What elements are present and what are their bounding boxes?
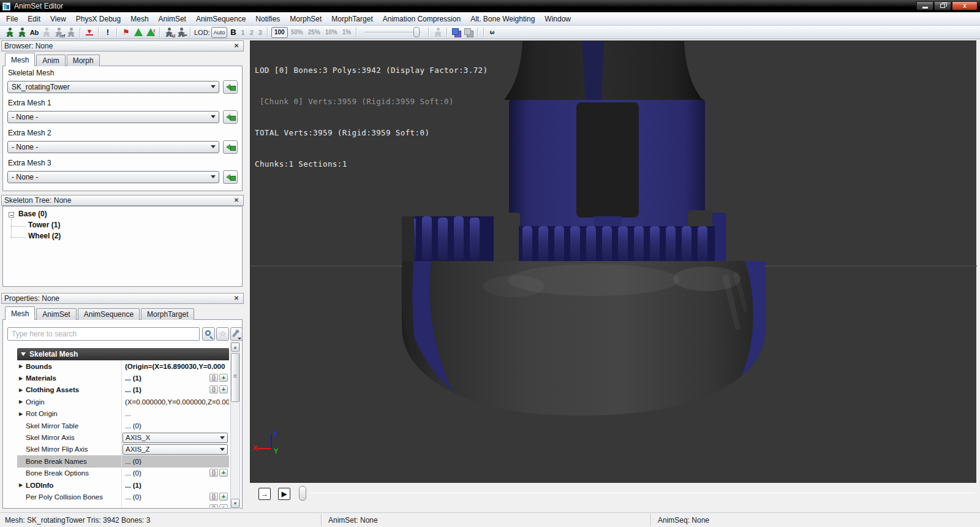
scroll-up-button[interactable]: ▲ [231,343,239,352]
expander-icon[interactable]: ▶ [19,399,24,404]
property-row-skel-mirror-flip-axis[interactable]: Skel Mirror Flip Axis AXIS_Z [17,444,229,455]
menu-alt-bone-weighting[interactable]: Alt. Bone Weighting [466,13,540,25]
search-input[interactable] [7,327,200,341]
menu-file[interactable]: File [1,13,23,25]
minimize-button[interactable] [916,1,933,10]
expander-icon[interactable]: ▶ [19,411,24,417]
play-button[interactable]: ▶ [278,488,290,500]
posed-figure-icon[interactable] [4,27,15,38]
zoom-1-button[interactable]: 1% [342,29,351,36]
property-row-bounds[interactable]: ▶Bounds (Origin=(X=16.890030,Y=0.000 [17,360,229,372]
lod-auto-button[interactable]: Auto [211,27,228,38]
properties-panel-header[interactable]: Properties: None ✕ [1,293,244,304]
menu-notifies[interactable]: Notifies [251,13,285,25]
paste-properties-icon[interactable] [463,27,474,38]
timeline-slider-handle[interactable] [299,486,306,501]
menu-animsequence[interactable]: AnimSequence [191,13,251,25]
use-selected-extra-mesh-2-button[interactable] [223,140,238,154]
viewport[interactable]: LOD [0] Bones:3 Polys:3942 (Display Fact… [250,40,976,483]
restore-button[interactable] [934,1,951,10]
braces-icon[interactable]: {} [209,374,218,382]
property-row-rot-origin[interactable]: ▶Rot Origin ... [17,408,229,420]
bone-names-button[interactable]: Ab [29,27,40,38]
zoom-10-button[interactable]: 10% [325,29,337,36]
lod-2-button[interactable]: 2 [250,29,254,36]
menu-view[interactable]: View [45,13,71,25]
menu-mesh[interactable]: Mesh [126,13,153,25]
expander-icon[interactable]: ▶ [19,363,24,369]
tab-morph[interactable]: Morph [67,55,100,66]
tab-properties-animsequence[interactable]: AnimSequence [78,308,140,320]
figure-u-icon[interactable]: U [164,27,175,38]
add-item-icon[interactable]: + [219,374,228,382]
expander-icon[interactable]: ▶ [19,387,24,393]
expander-icon[interactable]: ▶ [19,376,24,381]
property-row-bone-break-options[interactable]: Bone Break Options ... (0) {}+ [17,468,229,479]
skel-mirror-axis-dropdown[interactable]: AXIS_X [123,433,228,443]
property-row-lodinfo[interactable]: ▶LODInfo ... (1) [17,479,229,491]
figure-arrow-icon[interactable] [66,27,77,38]
use-selected-extra-mesh-3-button[interactable] [223,170,238,184]
lod-3-button[interactable]: 3 [258,29,262,36]
add-item-icon[interactable]: + [219,469,228,477]
tab-anim[interactable]: Anim [36,55,65,66]
properties-scrollbar[interactable]: ▲ ▼ [230,342,240,509]
tree-node-tower[interactable]: Tower (1) [28,221,60,229]
ghost-figure-icon[interactable] [41,27,52,38]
extra-mesh-2-dropdown[interactable]: - None - [7,141,219,153]
braces-icon[interactable]: {} [209,469,218,477]
menu-physx-debug[interactable]: PhysX Debug [71,13,126,25]
property-row-clothing-assets[interactable]: ▶Clothing Assets ... (1) {}+ [17,384,229,396]
skel-mirror-flip-axis-dropdown[interactable]: AXIS_Z [123,444,228,455]
menu-window[interactable]: Window [540,13,576,25]
property-row-partial[interactable]: ⋯ ⋯ ⋯ {}+ [17,503,229,507]
tab-properties-mesh[interactable]: Mesh [5,306,35,320]
close-icon[interactable]: ✕ [232,294,241,303]
zoom-25-button[interactable]: 25% [308,29,320,36]
braces-icon[interactable]: {} [209,504,218,507]
menu-animation-compression[interactable]: Animation Compression [378,13,466,25]
titlebar[interactable]: AnimSet Editor x [0,0,980,12]
menu-morphset[interactable]: MorphSet [285,13,326,25]
cone-alert-icon[interactable]: ! [145,27,156,38]
lod-1-button[interactable]: 1 [241,29,245,36]
tab-properties-animset[interactable]: AnimSet [36,308,76,320]
category-skeletal-mesh[interactable]: Skeletal Mesh [17,348,229,360]
zoom-100-button[interactable]: 100 [271,27,288,38]
scrollbar-thumb[interactable] [231,353,239,402]
wind-icon[interactable]: ɜ [488,27,499,38]
close-icon[interactable]: ✕ [232,196,241,205]
property-row-origin[interactable]: ▶Origin (X=0.000000,Y=0.000000,Z=0.0000 [17,396,229,408]
property-row-per-poly-collision-bones[interactable]: Per Poly Collision Bones ... (0) {}+ [17,491,229,502]
property-row-bone-break-names[interactable]: Bone Break Names ... (0) [17,455,229,467]
close-icon[interactable]: ✕ [232,42,241,50]
property-row-materials[interactable]: ▶Materials ... (1) {}+ [17,372,229,384]
copy-properties-icon[interactable] [451,27,462,38]
skeletal-mesh-dropdown[interactable]: SK_rotatingTower [7,81,219,93]
flag-icon[interactable]: ⚑ [121,27,132,38]
use-selected-mesh-button[interactable] [223,80,238,94]
figure-break-icon[interactable]: ✂ [176,27,187,38]
tab-mesh[interactable]: Mesh [5,53,35,66]
playback-mode-button[interactable]: → [258,488,271,500]
search-button[interactable] [202,327,215,341]
speed-slider-handle[interactable] [413,27,420,37]
extra-mesh-1-dropdown[interactable]: - None - [7,111,219,123]
favorites-button[interactable]: ☆ [216,327,229,341]
lod-base-button[interactable]: B [230,28,236,37]
browser-panel-header[interactable]: Browser: None ✕ [1,40,244,51]
tree-node-wheel[interactable]: Wheel (2) [28,232,61,240]
speed-slider[interactable] [364,27,421,38]
property-row-skel-mirror-axis[interactable]: Skel Mirror Axis AXIS_X [17,431,229,443]
ref-pose-figure-icon[interactable]: ref [53,27,64,38]
notify-exclamation-button[interactable]: ! [102,27,113,38]
use-selected-extra-mesh-1-button[interactable] [223,110,238,124]
tree-node-base[interactable]: Base (0) [18,210,47,218]
braces-icon[interactable]: {} [209,493,218,501]
scroll-down-button[interactable]: ▼ [231,499,239,508]
zoom-50-button[interactable]: 50% [291,29,303,36]
timeline-track[interactable] [309,493,974,493]
tab-properties-morphtarget[interactable]: MorphTarget [141,308,194,320]
skeleton-tree-header[interactable]: Skeleton Tree: None ✕ [1,195,244,206]
menu-morphtarget[interactable]: MorphTarget [326,13,377,25]
